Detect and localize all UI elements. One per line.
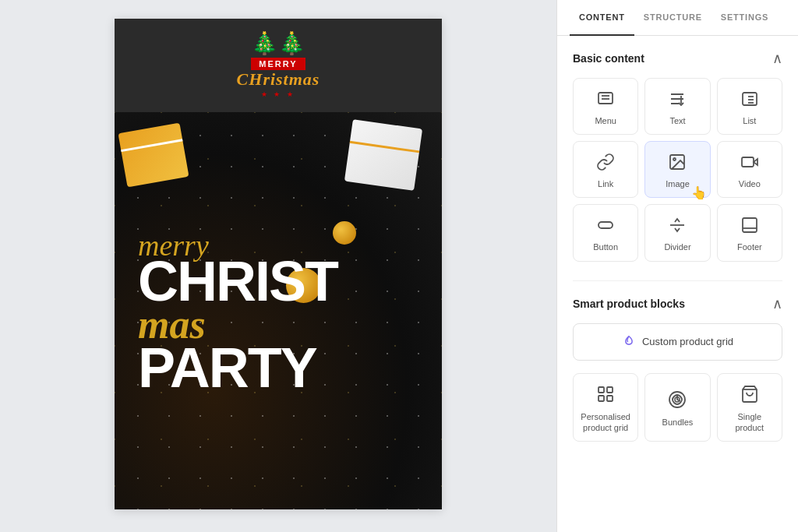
link-label: Link [598,179,613,189]
tab-content[interactable]: CONTENT [570,0,634,36]
svg-rect-16 [743,218,757,232]
menu-label: Menu [595,116,616,126]
email-container: 🎄🎄 MERRY CHristmas ★ ★ ★ merry CHRIST ma… [115,19,442,509]
content-item-link[interactable]: Link [573,141,638,198]
menu-icon [596,90,615,111]
svg-rect-21 [607,396,613,401]
smart-product-header: Smart product blocks ∧ [573,297,782,311]
party-text: PARTY [138,343,418,393]
bundles-icon [668,390,687,412]
smart-items-grid: Personalised product grid Bundles [573,373,782,442]
christmas-logo: 🎄🎄 MERRY CHristmas ★ ★ ★ [237,33,320,98]
section-divider [573,280,782,281]
party-text-block: merry CHRIST mas PARTY [115,213,442,409]
preview-panel: 🎄🎄 MERRY CHristmas ★ ★ ★ merry CHRIST ma… [0,0,556,532]
trees-icon: 🎄🎄 [251,33,305,55]
personalised-label: Personalised product grid [580,411,631,434]
sidebar-tabs: CONTENT STRUCTURE SETTINGS [557,0,798,36]
smart-item-single[interactable]: Single product [717,373,782,442]
personalised-grid-icon [596,385,615,407]
image-label: Image [666,179,690,189]
divider-icon [668,216,687,238]
footer-label: Footer [737,242,762,252]
gift-box-2 [344,119,422,191]
text-icon [668,90,687,111]
content-item-button[interactable]: Button [573,204,638,261]
content-item-image[interactable]: Image 👆 [644,141,710,198]
email-header: 🎄🎄 MERRY CHristmas ★ ★ ★ [115,19,442,112]
custom-product-grid-button[interactable]: Custom product grid [573,323,782,361]
smart-item-personalised[interactable]: Personalised product grid [573,373,638,442]
image-icon [668,153,687,174]
christmas-label: CHristmas [237,70,320,89]
link-icon [596,153,615,174]
christ-text: CHRIST [138,256,418,307]
content-item-video[interactable]: Video [717,141,782,198]
button-label: Button [593,242,618,252]
custom-product-btn-label: Custom product grid [642,336,733,347]
basic-content-title: Basic content [573,52,644,65]
bundles-label: Bundles [662,417,694,428]
svg-point-11 [673,158,676,160]
tab-settings[interactable]: SETTINGS [711,0,778,36]
smart-item-bundles[interactable]: Bundles [644,373,710,442]
single-product-label: Single product [724,411,775,434]
merry-label: MERRY [251,58,305,70]
video-icon [740,153,759,174]
stars-decoration: ★ ★ ★ [261,90,295,98]
text-label: Text [669,116,685,126]
footer-icon [740,216,759,238]
content-item-text[interactable]: Text [644,78,710,135]
smart-product-title: Smart product blocks [573,298,685,310]
gift-box-1 [118,123,189,188]
content-item-menu[interactable]: Menu [573,78,638,135]
svg-rect-0 [598,93,613,104]
content-item-list[interactable]: List [717,78,782,135]
sidebar-content: Basic content ∧ Menu [557,36,798,532]
content-item-footer[interactable]: Footer [717,204,782,261]
email-banner: merry CHRIST mas PARTY [115,112,442,509]
svg-rect-18 [598,387,604,393]
custom-product-icon [622,333,636,351]
smart-product-section: Smart product blocks ∧ Custom product gr… [573,297,782,442]
svg-rect-12 [742,157,754,167]
smart-product-collapse-icon[interactable]: ∧ [772,297,782,311]
single-product-icon [740,385,759,407]
content-item-divider[interactable]: Divider [644,204,710,261]
list-label: List [743,116,756,126]
button-icon [596,216,615,238]
svg-rect-14 [598,222,613,228]
svg-rect-19 [607,387,613,393]
basic-content-header: Basic content ∧ [573,51,782,65]
divider-label: Divider [664,242,690,252]
svg-rect-20 [598,396,604,401]
tab-structure[interactable]: STRUCTURE [634,0,711,36]
cursor-icon: 👆 [691,185,707,200]
list-icon [740,90,759,111]
basic-content-grid: Menu Text [573,78,782,262]
sidebar: CONTENT STRUCTURE SETTINGS Basic content… [556,0,798,532]
video-label: Video [739,179,761,189]
basic-content-collapse-icon[interactable]: ∧ [772,51,782,65]
